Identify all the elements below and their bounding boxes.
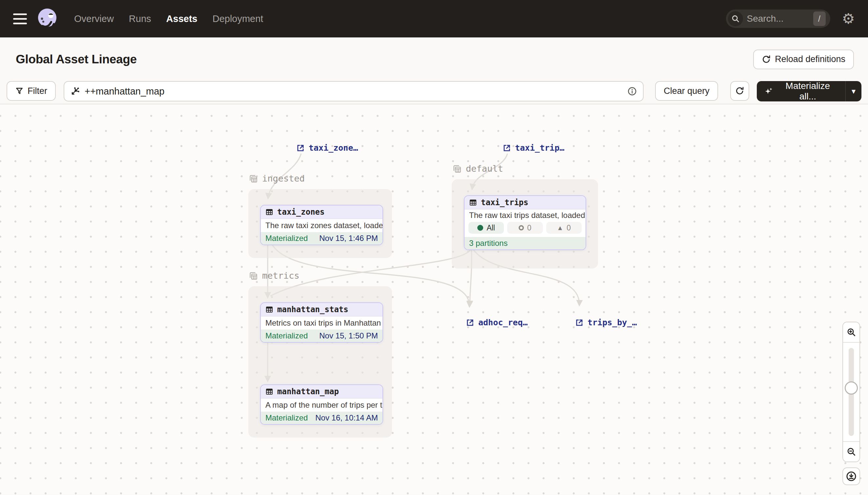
external-link-icon: [575, 319, 584, 327]
refresh-graph-button[interactable]: [730, 81, 749, 101]
status-badge: Materialized: [265, 413, 308, 423]
partition-health-pills: All 0 ▲ 0: [464, 221, 586, 237]
external-asset-link-taxi-trip[interactable]: taxi_trip…: [502, 143, 565, 153]
gear-icon[interactable]: ⚙: [842, 12, 855, 26]
external-asset-link-taxi-zone[interactable]: taxi_zone…: [296, 143, 358, 153]
reload-definitions-button[interactable]: Reload definitions: [753, 50, 854, 69]
status-badge: Materialized: [265, 234, 308, 243]
group-table-icon: [248, 174, 258, 184]
group-label-default[interactable]: default: [452, 164, 503, 174]
dagster-logo[interactable]: [36, 7, 60, 31]
top-nav: Overview Runs Assets Deployment / ⚙: [0, 0, 868, 37]
asset-selection-input[interactable]: [64, 81, 644, 101]
external-link-icon: [466, 319, 474, 327]
materialization-timestamp: Nov 15, 1:50 PM: [319, 331, 378, 340]
asset-description: Metrics on taxi trips in Manhattan: [261, 317, 383, 329]
zoom-slider-handle[interactable]: [845, 381, 858, 395]
asset-name: manhattan_map: [277, 387, 339, 396]
asset-name: taxi_trips: [481, 198, 529, 207]
materialize-dropdown-button[interactable]: ▾: [845, 81, 862, 101]
materialize-all-button[interactable]: Materialize all...: [757, 81, 845, 101]
table-icon: [265, 208, 273, 216]
primary-nav: Overview Runs Assets Deployment: [74, 14, 263, 24]
group-label-metrics[interactable]: metrics: [248, 271, 300, 281]
filter-button[interactable]: Filter: [6, 81, 56, 101]
asset-query-field[interactable]: [85, 86, 623, 97]
asset-node-manhattan-stats[interactable]: manhattan_stats Metrics on taxi trips in…: [260, 302, 383, 343]
search-shortcut-badge: /: [813, 12, 826, 26]
success-dot-icon: [477, 225, 483, 231]
refresh-icon: [735, 86, 744, 96]
lineage-toolbar: Filter Clear query Materialize all...: [0, 81, 868, 104]
clear-query-button[interactable]: Clear query: [655, 81, 718, 101]
lineage-graph-icon: [70, 86, 80, 96]
sparkle-icon: [764, 86, 774, 96]
page-title: Global Asset Lineage: [16, 52, 753, 66]
external-link-icon: [296, 144, 305, 152]
materialize-split-button: Materialize all... ▾: [757, 81, 862, 101]
materialization-timestamp: Nov 16, 10:14 AM: [315, 413, 378, 423]
info-icon[interactable]: [627, 86, 637, 96]
nav-item-deployment[interactable]: Deployment: [213, 14, 263, 24]
external-asset-link-trips-by[interactable]: trips_by_…: [575, 318, 637, 327]
filter-funnel-icon: [15, 87, 24, 95]
download-icon: [846, 471, 857, 482]
external-asset-link-adhoc-req[interactable]: adhoc_req…: [466, 318, 528, 327]
asset-name: manhattan_stats: [277, 305, 348, 314]
dagster-octopus-icon: [36, 7, 60, 31]
search-input[interactable]: [747, 14, 813, 24]
asset-node-manhattan-map[interactable]: manhattan_map A map of the number of tri…: [260, 385, 383, 425]
global-search[interactable]: /: [726, 10, 830, 28]
nav-item-assets[interactable]: Assets: [166, 14, 197, 24]
page-header: Global Asset Lineage Reload definitions: [0, 37, 868, 81]
partitions-missing-pill[interactable]: ▲ 0: [546, 222, 582, 234]
zoom-in-icon: [846, 327, 856, 337]
status-badge: Materialized: [265, 331, 308, 340]
group-table-icon: [248, 271, 258, 281]
menu-icon[interactable]: [13, 14, 27, 24]
search-icon: [728, 11, 743, 26]
refresh-icon: [762, 55, 771, 64]
asset-node-taxi-zones[interactable]: taxi_zones The raw taxi zones dataset, l…: [260, 205, 383, 245]
table-icon: [265, 388, 273, 395]
zoom-slider[interactable]: [843, 343, 860, 441]
zoom-out-icon: [846, 447, 856, 457]
asset-name: taxi_zones: [277, 207, 325, 217]
group-label-ingested[interactable]: ingested: [248, 173, 305, 184]
chevron-down-icon: ▾: [852, 87, 855, 96]
zoom-in-button[interactable]: [843, 322, 860, 343]
asset-description: The raw taxi trips dataset, loaded into …: [464, 209, 586, 221]
empty-circle-icon: [519, 225, 524, 231]
partitions-count: 3 partitions: [469, 239, 508, 248]
asset-node-taxi-trips[interactable]: taxi_trips The raw taxi trips dataset, l…: [464, 195, 586, 250]
zoom-out-button[interactable]: [843, 441, 860, 462]
nav-item-overview[interactable]: Overview: [74, 14, 114, 24]
zoom-controls: [843, 322, 860, 462]
group-table-icon: [452, 164, 462, 174]
asset-description: A map of the number of trips per taxi z.…: [261, 398, 383, 412]
table-icon: [265, 306, 273, 313]
lineage-edges: [0, 104, 868, 494]
triangle-icon: ▲: [557, 224, 564, 232]
partitions-all-pill[interactable]: All: [468, 222, 504, 234]
partitions-failed-pill[interactable]: 0: [507, 222, 543, 234]
lineage-canvas[interactable]: ingested default metrics taxi_zone… taxi…: [0, 104, 868, 494]
download-image-button[interactable]: [843, 467, 860, 485]
asset-description: The raw taxi zones dataset, loaded int..…: [261, 219, 383, 232]
materialization-timestamp: Nov 15, 1:46 PM: [319, 234, 378, 243]
external-link-icon: [502, 144, 511, 152]
nav-item-runs[interactable]: Runs: [129, 14, 151, 24]
table-icon: [469, 199, 477, 206]
